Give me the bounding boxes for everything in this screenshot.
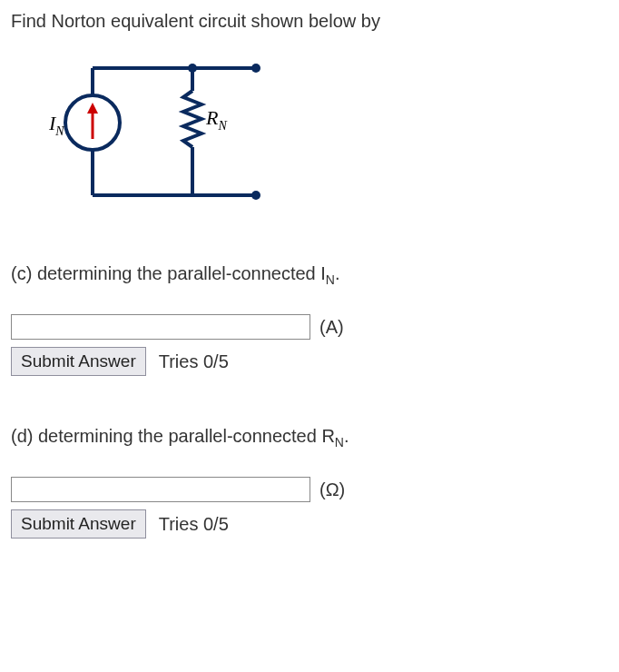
part-c-unit: (A)	[319, 317, 344, 338]
svg-point-10	[251, 64, 260, 73]
part-c-answer-input[interactable]	[11, 314, 310, 340]
norton-circuit-diagram: IN RN	[38, 50, 608, 218]
page-title: Find Norton equivalent circuit shown bel…	[11, 11, 608, 32]
part-c-submit-button[interactable]: Submit Answer	[11, 347, 146, 376]
svg-text:RN: RN	[205, 106, 227, 133]
part-c: (c) determining the parallel-connected I…	[11, 263, 608, 376]
source-label-sub: N	[54, 124, 64, 138]
svg-point-11	[251, 191, 260, 200]
part-d-answer-input[interactable]	[11, 477, 310, 502]
resistor-label-sub: N	[217, 119, 227, 133]
part-d-tries: Tries 0/5	[159, 514, 229, 535]
part-d-text: (d) determining the parallel-connected R…	[11, 426, 608, 450]
part-d: (d) determining the parallel-connected R…	[11, 426, 608, 539]
svg-text:IN: IN	[48, 112, 64, 138]
part-c-text: (c) determining the parallel-connected I…	[11, 263, 608, 287]
svg-point-9	[188, 64, 197, 73]
part-d-submit-button[interactable]: Submit Answer	[11, 509, 146, 539]
resistor-label: R	[205, 106, 219, 129]
part-c-tries: Tries 0/5	[159, 351, 229, 372]
part-d-unit: (Ω)	[319, 479, 345, 500]
